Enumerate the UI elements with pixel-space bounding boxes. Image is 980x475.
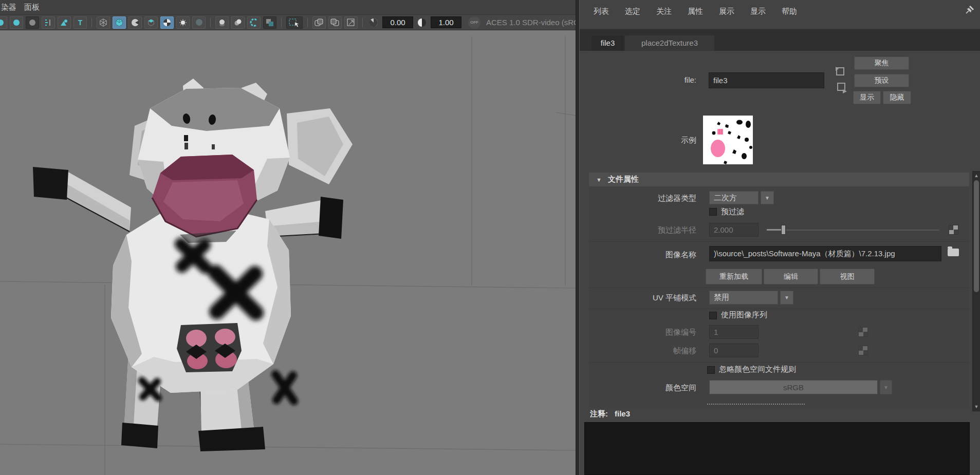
color-space-dropdown-arrow[interactable]: ▼ [880,380,892,394]
viewport-panel: 染器 面板 T [0,0,576,475]
field-chart-icon[interactable] [26,16,39,29]
prefilter-label[interactable]: 预过滤 [721,207,744,217]
use-lights-icon[interactable] [176,16,190,29]
focus-button[interactable]: 聚焦 [854,56,909,70]
motion-blur-icon[interactable] [231,16,245,29]
color-space-label: 颜色空间 [580,383,696,393]
uv-tiling-dropdown-arrow[interactable]: ▼ [780,291,793,305]
toolbar-separator [362,18,363,27]
section-resize-dots[interactable] [707,404,805,405]
show-button[interactable]: 显示 [853,91,881,104]
use-image-sequence-label[interactable]: 使用图像序列 [721,310,767,320]
shadows-icon[interactable] [192,16,206,29]
ae-menu-attributes[interactable]: 属性 [688,7,703,16]
snapshot-icon[interactable] [344,16,358,29]
scroll-thumb[interactable] [974,180,979,292]
gamma-icon[interactable] [416,17,428,28]
file-node-label: file: [580,75,696,84]
menu-renderer[interactable]: 染器 [1,3,16,12]
slider-handle[interactable] [781,225,786,235]
shaded-mode-icon[interactable] [113,16,126,29]
sample-label: 示例 [580,136,696,145]
use-image-sequence-checkbox[interactable] [709,312,717,319]
exposure-field[interactable]: 0.00 [382,16,413,28]
film-gate-icon[interactable] [58,16,71,29]
frame-offset-field[interactable]: 0 [709,344,759,357]
wireframe-mode-icon[interactable] [97,16,110,29]
color-management-label: ACES 1.0 SDR-video (sRGB) [486,18,587,27]
scroll-up-arrow[interactable]: ▲ [973,172,980,179]
notes-label: 注释: [590,409,608,419]
texture-sample-swatch [703,116,753,164]
depth-peeling-icon[interactable] [263,16,276,29]
color-management-toggle[interactable]: OFF [468,16,480,29]
ae-tabbar: file3 place2dTexture3 [580,29,980,51]
clipped-icon[interactable] [0,16,7,29]
ignore-colorspace-rules-checkbox[interactable] [707,366,715,374]
xray-mode-icon[interactable] [312,16,326,29]
edit-button[interactable]: 编辑 [764,269,818,284]
textured-mode-icon[interactable] [160,16,174,29]
view-button[interactable]: 视图 [820,269,875,284]
browse-folder-icon[interactable] [948,249,959,256]
prefilter-radius-map-button[interactable] [949,225,958,235]
pin-icon[interactable] [964,4,975,17]
exposure-icon[interactable] [367,17,380,28]
copy-tab-icon[interactable] [834,65,846,77]
text-hud-icon[interactable]: T [73,16,87,29]
hide-button[interactable]: 隐藏 [883,91,911,104]
textured-cube-icon[interactable] [144,16,158,29]
notes-textarea[interactable] [584,422,970,475]
frame-offset-map-button[interactable] [858,346,868,355]
panel-divider[interactable] [576,0,580,475]
multisample-aa-icon[interactable] [247,16,261,29]
menu-panels[interactable]: 面板 [24,3,40,12]
shaded-smooth-icon[interactable] [128,16,142,29]
ae-menu-list[interactable]: 列表 [594,7,609,16]
presets-button[interactable]: 预设 [854,74,909,87]
ae-menu-show[interactable]: 展示 [719,7,734,16]
uv-tiling-label: UV 平铺模式 [580,293,696,303]
ae-scrollbar[interactable]: ▲ ▼ [972,171,980,411]
ae-menu-focus[interactable]: 关注 [656,7,672,16]
row-separator [589,309,969,309]
image-number-label: 图像编号 [580,328,696,337]
toolbar-separator [210,18,211,27]
row-separator [589,288,969,288]
color-space-dropdown[interactable]: sRGB [709,380,878,394]
isolate-select-icon[interactable] [10,16,23,29]
gamma-field[interactable]: 1.00 [431,16,461,28]
viewport-menubar: 染器 面板 [0,0,576,15]
maya-window: 染器 面板 T [0,0,980,475]
image-number-field[interactable]: 1 [709,325,759,339]
attribute-editor: 列表 选定 关注 属性 展示 显示 帮助 file3 place2dTextur… [580,0,980,475]
reload-button[interactable]: 重新加载 [706,269,762,284]
ae-menu-selected[interactable]: 选定 [625,7,640,16]
tab-file3[interactable]: file3 [591,35,624,51]
image-name-input[interactable]: )\source\_posts\Software-Maya（材质篇）\7.2.1… [709,246,941,261]
image-number-map-button[interactable] [858,327,868,337]
tab-place2dtexture3[interactable]: place2dTexture3 [625,35,714,51]
ae-menu-help[interactable]: 帮助 [782,7,797,16]
section-collapse-icon[interactable]: ▼ [596,177,602,183]
prefilter-radius-slider[interactable] [767,223,939,237]
file-attributes-header[interactable]: ▼ 文件属性 [589,173,969,186]
resolution-gate-icon[interactable] [42,16,55,29]
filter-type-dropdown-arrow[interactable]: ▼ [761,191,774,204]
prefilter-checkbox[interactable] [709,208,717,216]
screen-space-ao-icon[interactable] [215,16,229,29]
cow-scene [0,30,576,475]
filter-type-dropdown[interactable]: 二次方 [709,191,759,204]
prefilter-radius-field[interactable]: 2.000 [709,223,759,237]
node-name-input[interactable]: file3 [709,72,824,88]
toolbar-separator [281,18,282,27]
toolbar-separator [307,18,308,27]
break-tab-icon[interactable] [837,82,849,94]
xray-joints-icon[interactable] [328,16,342,29]
viewport-canvas[interactable] [0,30,576,475]
scroll-down-arrow[interactable]: ▼ [973,403,980,410]
object-selection-icon[interactable] [286,16,303,29]
uv-tiling-dropdown[interactable]: 禁用 [709,291,778,305]
ignore-colorspace-rules-label[interactable]: 忽略颜色空间文件规则 [719,365,796,374]
ae-menu-display[interactable]: 显示 [750,7,766,16]
